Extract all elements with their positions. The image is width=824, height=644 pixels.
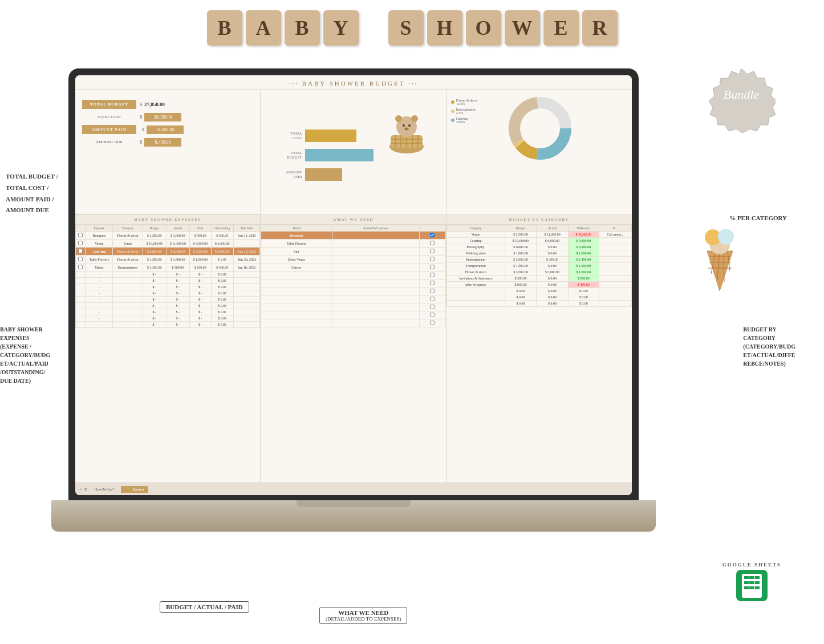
- outstanding-5: $ 400.00: [211, 264, 233, 272]
- bbc-budget-2: $ 10,000.00: [505, 238, 537, 244]
- bbc-row-5: Entertainment $ 2,000.00 $ 300.00 $ 1,40…: [446, 257, 631, 263]
- bbc-actual-9: $ 0.00: [537, 282, 568, 288]
- right-annotation-budget-cat: BUDGET BYCATEGORY(CATEGORY/BUDGET/ACTUAL…: [743, 325, 795, 368]
- bbc-cat-1: Venue: [446, 232, 505, 238]
- expense-row-e3: -$ -$ -$ -$ 0.00: [76, 284, 260, 290]
- expense-row-4: Table Flowers Flower & decor $ 1,500.00 …: [76, 256, 260, 264]
- wwn-cb-5[interactable]: [420, 264, 445, 272]
- paid-5: $ 100.00: [189, 264, 211, 272]
- expense-row-2: Venue Venue $ 10,000.00 $ 11,000.00 $ 4,…: [76, 240, 260, 248]
- budget-4: $ 1,500.00: [143, 256, 166, 264]
- what-we-need-label: WHAT WE NEED: [326, 609, 401, 616]
- cb1[interactable]: [76, 232, 86, 240]
- cat-5: Entertainment: [113, 264, 143, 272]
- wwn-col-added: Added To Expenses: [332, 225, 420, 232]
- letter-B: B: [207, 10, 242, 46]
- cb4[interactable]: [76, 256, 86, 264]
- expense-row-e4: -$ -$ -$ -$ 0.00: [76, 290, 260, 297]
- bbc-cat-4: Wedding attire: [446, 250, 505, 257]
- col-category: Category: [113, 225, 143, 232]
- letter-E: E: [543, 10, 579, 46]
- bbc-diff-8: $ 500.00: [568, 276, 599, 282]
- expenses-panel-title: BABY SHOWER EXPENSES: [75, 215, 260, 225]
- bbc-actual-7: $ 2,000.00: [537, 269, 568, 276]
- wwn-cb-1[interactable]: [420, 232, 445, 240]
- bbc-diff-6: $ 1,500.00: [568, 263, 599, 269]
- col-cb: [76, 225, 86, 232]
- cat-3: Flower & decor: [113, 248, 143, 256]
- what-we-need-panel: WHAT WE NEED Detail Added To Expenses: [261, 215, 446, 488]
- expense-2: Venue: [86, 240, 113, 248]
- svg-point-17: [406, 128, 408, 130]
- expense-row-e1: -$ -$ -$ -$ 0.00: [76, 272, 260, 278]
- legend-entertainment-text: Entertainment2.1%: [456, 108, 476, 115]
- what-we-need-title: WHAT WE NEED: [261, 215, 445, 225]
- bbc-budget-5: $ 2,000.00: [505, 257, 537, 263]
- actual-4: $ 1,500.00: [166, 256, 189, 264]
- tab-plus[interactable]: +: [79, 486, 82, 492]
- letter-R: R: [582, 10, 618, 46]
- laptop-base: [51, 500, 656, 532]
- wwn-row-e5: [261, 303, 445, 311]
- due-2: [233, 240, 259, 248]
- wwn-added-2: [332, 240, 420, 248]
- laptop-screen: ··· BABY SHOWER BUDGET ··· TOTAL BUDGET …: [68, 68, 639, 502]
- bbc-row-8: Invitations & Stationery $ 500.00 $ 0.00…: [446, 276, 631, 282]
- bbc-row-2: Catering $ 10,000.00 $ 6,000.00 $ 4,000.…: [446, 238, 631, 244]
- bbc-diff-3: $ 6,000.00: [568, 244, 599, 250]
- budget-summary-panel: TOTAL BUDGET $ 27,850.00 TOTAL COST $ 20…: [75, 90, 261, 214]
- sheet-header: ··· BABY SHOWER BUDGET ···: [75, 75, 632, 90]
- paid-3: $ 5,000.00: [189, 248, 211, 256]
- outstanding-2: $ 6,500.00: [211, 240, 233, 248]
- tab-bar: + ≡ HowToUse? 🔒 Budget: [75, 483, 632, 495]
- bbc-notes-3: [599, 244, 631, 250]
- wwn-col-cb: [420, 225, 445, 232]
- paid-2: $ 4,500.00: [189, 240, 211, 248]
- tab-menu[interactable]: ≡: [84, 486, 88, 492]
- wwn-cb-2[interactable]: [420, 240, 445, 248]
- tab-howtouse[interactable]: HowToUse?: [90, 486, 119, 493]
- bbc-notes-7: [599, 269, 631, 276]
- wwn-cb-4[interactable]: [420, 256, 445, 264]
- bbc-notes-6: [599, 263, 631, 269]
- cb3[interactable]: [76, 248, 86, 256]
- legend-flower: Flower & decor12.5%: [451, 99, 502, 106]
- donut-svg: [506, 94, 574, 165]
- total-budget-value: 27,850.00: [144, 102, 165, 107]
- cb5[interactable]: [76, 264, 86, 272]
- bbc-col-notes: N...: [599, 225, 631, 232]
- wwn-cb-3[interactable]: [420, 248, 445, 256]
- bear-illustration: [384, 110, 429, 155]
- bbc-row-9: gifts for guests $ 800.00 $ 0.00 $ 450.0…: [446, 282, 631, 288]
- legend-flower-text: Flower & decor12.5%: [456, 99, 478, 106]
- wwn-added-3: [332, 248, 420, 256]
- icecream-decoration: [704, 217, 736, 291]
- bbc-actual-4: $ 0.00: [537, 250, 568, 257]
- bbc-diff-4: $ 1,000.00: [568, 250, 599, 257]
- bbc-row-3: Photography $ 6,000.00 $ 0.00 $ 6,000.00: [446, 244, 631, 250]
- budget-by-cat-title: BUDGET BY CATEGORY: [446, 215, 632, 225]
- letter-W: W: [505, 10, 540, 46]
- amount-due-label: AMOUNT DUE: [82, 137, 136, 147]
- tab-budget[interactable]: 🔒 Budget: [121, 486, 148, 493]
- bbc-cat-7: Flower & decor: [446, 269, 505, 276]
- donut-legend: Flower & decor12.5% Entertainment2.1% Ca…: [451, 94, 502, 124]
- bbc-budget-9: $ 800.00: [505, 282, 537, 288]
- left-annotation-budget: TOTAL BUDGET /TOTAL COST /AMOUNT PAID /A…: [6, 171, 58, 216]
- bbc-notes-9: [599, 282, 631, 288]
- bottom-annotation-budget: BUDGET / ACTUAL / PAID: [160, 601, 249, 613]
- cb2[interactable]: [76, 240, 86, 248]
- wwn-row-1: Bouquets: [261, 232, 445, 240]
- letter-B2: B: [285, 10, 320, 46]
- col-expense: Expense: [86, 225, 113, 232]
- amount-paid-value: 11,600.00: [147, 125, 184, 134]
- bbc-diff-5: $ 1,400.00: [568, 257, 599, 263]
- wwn-row-3: Suit: [261, 248, 445, 256]
- col-outstanding: Outstanding: [211, 225, 233, 232]
- outstanding-3: $ 3,000.00: [211, 248, 233, 256]
- bbc-row-7: Flower & decor $ 3,500.00 $ 2,000.00 $ 1…: [446, 269, 631, 276]
- bundle-badge: Bundle: [707, 66, 776, 134]
- bbc-row-e1: $ 0.00$ 0.00$ 0.00: [446, 288, 631, 294]
- svg-point-12: [395, 115, 402, 122]
- budget-by-category-panel: BUDGET BY CATEGORY Category Budget Actua…: [446, 215, 632, 488]
